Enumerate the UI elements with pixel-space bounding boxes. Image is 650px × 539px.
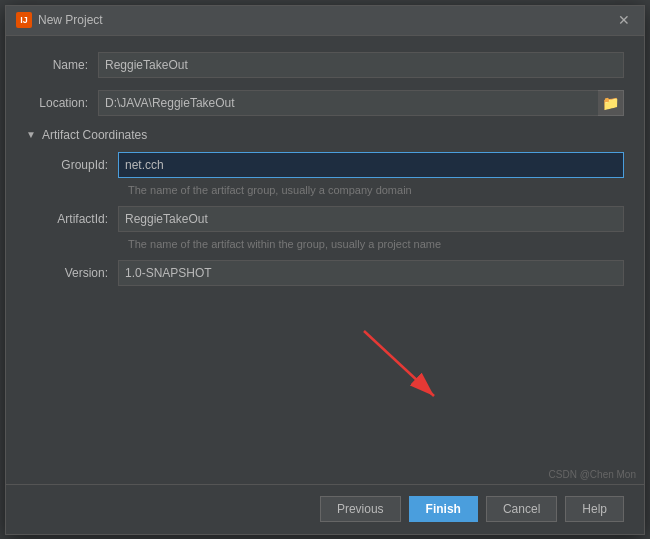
version-input[interactable]	[118, 260, 624, 286]
artifactid-hint: The name of the artifact within the grou…	[46, 238, 624, 250]
location-row: Location: 📁	[26, 90, 624, 116]
artifact-section-header[interactable]: ▼ Artifact Coordinates	[26, 128, 624, 142]
close-button[interactable]: ✕	[614, 10, 634, 30]
watermark: CSDN @Chen Mon	[549, 469, 636, 480]
help-button[interactable]: Help	[565, 496, 624, 522]
dialog-content: Name: Location: 📁 ▼ Artifact Coordinates…	[6, 36, 644, 484]
groupid-label: GroupId:	[46, 158, 118, 172]
title-bar: IJ New Project ✕	[6, 6, 644, 36]
name-row: Name:	[26, 52, 624, 78]
finish-button[interactable]: Finish	[409, 496, 478, 522]
artifactid-input[interactable]	[118, 206, 624, 232]
name-input[interactable]	[98, 52, 624, 78]
artifactid-row: ArtifactId:	[46, 206, 624, 232]
collapse-arrow-icon: ▼	[26, 129, 36, 140]
artifact-form: GroupId: The name of the artifact group,…	[26, 152, 624, 286]
arrow-decoration	[344, 321, 464, 414]
location-input-group: 📁	[98, 90, 624, 116]
new-project-dialog: IJ New Project ✕ Name: Location: 📁 ▼ Art…	[5, 5, 645, 535]
groupid-row: GroupId:	[46, 152, 624, 178]
cancel-button[interactable]: Cancel	[486, 496, 557, 522]
groupid-hint: The name of the artifact group, usually …	[46, 184, 624, 196]
previous-button[interactable]: Previous	[320, 496, 401, 522]
folder-icon: 📁	[602, 95, 619, 111]
app-icon: IJ	[16, 12, 32, 28]
location-input[interactable]	[98, 90, 598, 116]
dialog-title: New Project	[38, 13, 614, 27]
version-label: Version:	[46, 266, 118, 280]
artifact-section-title: Artifact Coordinates	[42, 128, 147, 142]
svg-line-1	[364, 331, 434, 396]
dialog-footer: Previous Finish Cancel Help	[6, 484, 644, 534]
groupid-input[interactable]	[118, 152, 624, 178]
artifactid-label: ArtifactId:	[46, 212, 118, 226]
name-label: Name:	[26, 58, 98, 72]
version-row: Version:	[46, 260, 624, 286]
browse-folder-button[interactable]: 📁	[598, 90, 624, 116]
location-label: Location:	[26, 96, 98, 110]
